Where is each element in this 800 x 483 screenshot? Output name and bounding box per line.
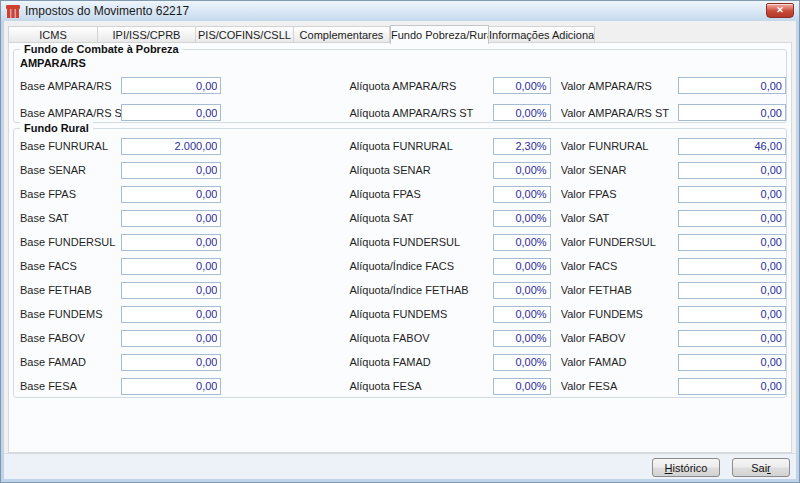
aliquota-input[interactable]	[493, 186, 551, 203]
valor-label: Valor FAMAD	[561, 356, 678, 368]
base-label: Base FABOV	[20, 332, 121, 344]
groupbox-title: Fundo Rural	[20, 122, 93, 134]
aliquota-label: Alíquota FPAS	[349, 188, 492, 200]
valor-label: Valor AMPARA/RS	[561, 80, 678, 92]
valor-label: Valor FESA	[561, 380, 678, 392]
aliquota-input[interactable]	[493, 77, 551, 94]
base-input[interactable]	[121, 234, 221, 251]
tab-complementares[interactable]: Complementares	[294, 26, 390, 43]
sair-button-label: Sai	[751, 462, 767, 474]
aliquota-input[interactable]	[493, 282, 551, 299]
dialog-client-area: ICMS IPI/ISS/CPRB PIS/COFINS/CSLL Comple…	[4, 21, 796, 479]
valor-input[interactable]	[678, 104, 786, 121]
field-row: Base FPAS Alíquota FPAS Valor FPAS	[14, 182, 786, 206]
tab-informacoes-adicionais[interactable]: Informações Adicionais	[489, 26, 595, 43]
valor-input[interactable]	[678, 138, 786, 155]
aliquota-input[interactable]	[493, 104, 551, 121]
valor-input[interactable]	[678, 378, 786, 395]
base-label: Base SENAR	[20, 164, 121, 176]
valor-input[interactable]	[678, 282, 786, 299]
valor-input[interactable]	[678, 354, 786, 371]
base-input[interactable]	[121, 210, 221, 227]
base-input[interactable]	[121, 282, 221, 299]
tab-fundo-pobreza-rural[interactable]: Fundo Pobreza/Rural	[390, 25, 489, 44]
aliquota-input[interactable]	[493, 162, 551, 179]
base-label: Base AMPARA/RS	[20, 80, 121, 92]
base-input[interactable]	[121, 330, 221, 347]
aliquota-input[interactable]	[493, 378, 551, 395]
valor-input[interactable]	[678, 77, 786, 94]
field-row: Base AMPARA/RS Alíquota AMPARA/RS Valor …	[14, 72, 786, 99]
aliquota-label: Alíquota FUNDERSUL	[349, 236, 492, 248]
base-label: Base SAT	[20, 212, 121, 224]
field-row: Base FESA Alíquota FESA Valor FESA	[14, 374, 786, 398]
valor-label: Valor FETHAB	[561, 284, 678, 296]
historico-button-label: istórico	[673, 462, 708, 474]
valor-label: Valor SENAR	[561, 164, 678, 176]
base-input[interactable]	[121, 258, 221, 275]
base-label: Base FPAS	[20, 188, 121, 200]
aliquota-input[interactable]	[493, 210, 551, 227]
groupbox-fundo-combate-pobreza: Fundo de Combate à Pobreza AMPARA/RS Bas…	[13, 49, 787, 123]
aliquota-input[interactable]	[493, 306, 551, 323]
valor-label: Valor FABOV	[561, 332, 678, 344]
valor-input[interactable]	[678, 306, 786, 323]
valor-input[interactable]	[678, 210, 786, 227]
aliquota-label: Alíquota FABOV	[349, 332, 492, 344]
sair-button[interactable]: Sair	[732, 458, 790, 477]
aliquota-input[interactable]	[493, 234, 551, 251]
valor-input[interactable]	[678, 162, 786, 179]
aliquota-label: Alíquota FUNDEMS	[349, 308, 492, 320]
base-input[interactable]	[121, 77, 221, 94]
aliquota-label: Alíquota AMPARA/RS	[349, 80, 492, 92]
base-input[interactable]	[121, 378, 221, 395]
historico-button[interactable]: Histórico	[652, 458, 720, 477]
base-input[interactable]	[121, 104, 221, 121]
base-input[interactable]	[121, 138, 221, 155]
valor-label: Valor FACS	[561, 260, 678, 272]
valor-input[interactable]	[678, 330, 786, 347]
aliquota-input[interactable]	[493, 330, 551, 347]
valor-label: Valor AMPARA/RS ST	[561, 107, 678, 119]
base-label: Base FUNDERSUL	[20, 236, 121, 248]
valor-input[interactable]	[678, 234, 786, 251]
historico-button-label: H	[665, 462, 673, 474]
aliquota-label: Alíquota FESA	[349, 380, 492, 392]
valor-input[interactable]	[678, 186, 786, 203]
sair-button-label: r	[767, 462, 771, 474]
tab-icms[interactable]: ICMS	[8, 26, 98, 43]
field-row: Base SENAR Alíquota SENAR Valor SENAR	[14, 158, 786, 182]
base-input[interactable]	[121, 162, 221, 179]
valor-label: Valor FPAS	[561, 188, 678, 200]
aliquota-label: Alíquota/Índice FACS	[349, 260, 492, 272]
base-label: Base FESA	[20, 380, 121, 392]
groupbox-title: Fundo de Combate à Pobreza	[20, 43, 183, 55]
valor-input[interactable]	[678, 258, 786, 275]
base-input[interactable]	[121, 354, 221, 371]
aliquota-label: Alíquota AMPARA/RS ST	[349, 107, 492, 119]
footer-bar: Histórico Sair	[4, 453, 796, 479]
aliquota-input[interactable]	[493, 258, 551, 275]
dialog-window: Impostos do Movimento 62217 ✕ ICMS IPI/I…	[0, 0, 800, 483]
aliquota-input[interactable]	[493, 354, 551, 371]
field-row: Base FUNDERSUL Alíquota FUNDERSUL Valor …	[14, 230, 786, 254]
tab-page-fundo-pobreza-rural: Fundo de Combate à Pobreza AMPARA/RS Bas…	[8, 42, 792, 453]
base-label: Base FAMAD	[20, 356, 121, 368]
valor-label: Valor FUNRURAL	[561, 140, 678, 152]
valor-label: Valor FUNDEMS	[561, 308, 678, 320]
field-row: Base AMPARA/RS ST Alíquota AMPARA/RS ST …	[14, 99, 786, 126]
pobreza-rows: Base AMPARA/RS Alíquota AMPARA/RS Valor …	[14, 69, 786, 126]
aliquota-input[interactable]	[493, 138, 551, 155]
tab-pis-cofins-csll[interactable]: PIS/COFINS/CSLL	[196, 26, 294, 43]
close-button[interactable]: ✕	[766, 3, 794, 18]
groupbox-fundo-rural: Fundo Rural Base FUNRURAL Alíquota FUNRU…	[13, 128, 787, 398]
close-icon: ✕	[776, 5, 784, 15]
aliquota-label: Alíquota FAMAD	[349, 356, 492, 368]
tab-ipi-iss-cprb[interactable]: IPI/ISS/CPRB	[98, 26, 196, 43]
field-row: Base FAMAD Alíquota FAMAD Valor FAMAD	[14, 350, 786, 374]
base-input[interactable]	[121, 186, 221, 203]
base-label: Base FETHAB	[20, 284, 121, 296]
aliquota-label: Alíquota SAT	[349, 212, 492, 224]
base-input[interactable]	[121, 306, 221, 323]
title-bar[interactable]: Impostos do Movimento 62217 ✕	[1, 1, 799, 21]
